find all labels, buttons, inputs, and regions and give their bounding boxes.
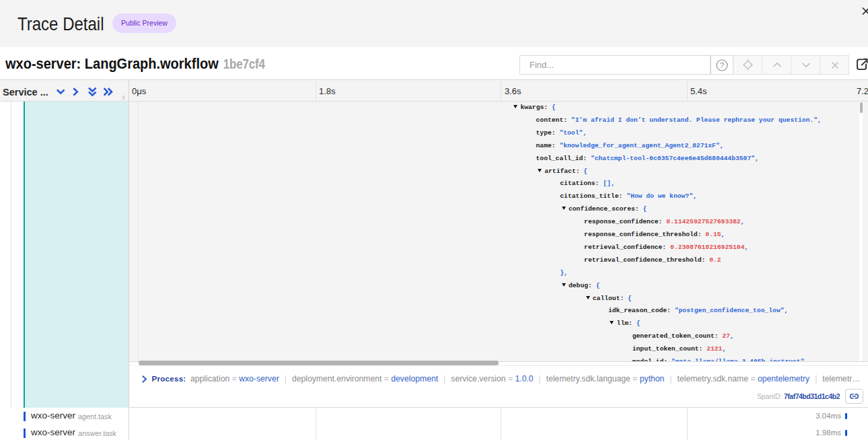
svg-text:?: ? [720, 61, 724, 69]
